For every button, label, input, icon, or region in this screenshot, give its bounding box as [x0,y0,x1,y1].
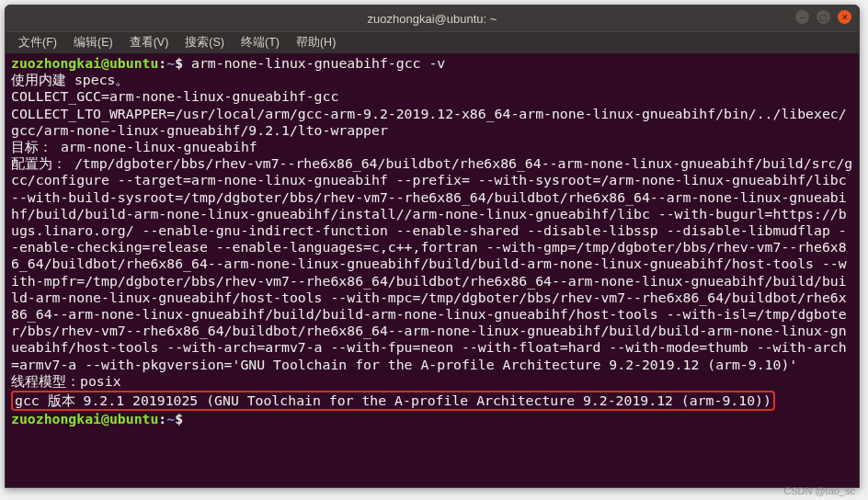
prompt-path-2: ~ [166,411,175,426]
out-specs: 使用内建 specs。 [11,72,129,87]
out-thread-model: 线程模型：posix [11,373,121,389]
menu-edit[interactable]: 编辑(E) [66,33,120,52]
prompt-user-2: zuozhongkai@ubuntu [11,411,158,426]
menu-search[interactable]: 搜索(S) [177,33,232,52]
menu-help[interactable]: 帮助(H) [289,33,343,52]
prompt-sigil-2: $ [175,411,183,426]
terminal-output-area[interactable]: zuozhongkai@ubuntu:~$ arm-none-linux-gnu… [6,53,859,487]
out-gcc-version: gcc 版本 9.2.1 20191025 (GNU Toolchain for… [15,392,771,408]
maximize-button[interactable]: ▢ [817,10,830,24]
prompt-sep: : [158,55,166,71]
menu-terminal[interactable]: 终端(T) [234,33,287,52]
prompt-sigil: $ [175,55,183,71]
command-text: arm-none-linux-gnueabihf-gcc -v [191,55,445,71]
menu-view[interactable]: 查看(V) [122,33,177,52]
prompt-user: zuozhongkai@ubuntu [11,55,158,71]
prompt-path: ~ [166,55,175,71]
out-collect-lto: COLLECT_LTO_WRAPPER=/usr/local/arm/gcc-a… [11,106,847,138]
out-target: 目标： arm-none-linux-gnueabihf [11,139,257,154]
menu-bar: 文件(F) 编辑(E) 查看(V) 搜索(S) 终端(T) 帮助(H) [6,31,859,53]
window-controls: – ▢ ✕ [795,10,851,24]
menu-file[interactable]: 文件(F) [11,33,64,52]
out-gcc-version-highlight: gcc 版本 9.2.1 20191025 (GNU Toolchain for… [11,391,775,411]
terminal-window: zuozhongkai@ubuntu: ~ – ▢ ✕ 文件(F) 编辑(E) … [5,5,860,488]
watermark: CSDN @tao_sc [783,485,855,496]
window-titlebar[interactable]: zuozhongkai@ubuntu: ~ – ▢ ✕ [6,6,859,31]
out-configure: 配置为： /tmp/dgboter/bbs/rhev-vm7--rhe6x86_… [11,155,855,371]
window-title: zuozhongkai@ubuntu: ~ [368,12,497,26]
out-collect-gcc: COLLECT_GCC=arm-none-linux-gnueabihf-gcc [11,88,338,104]
close-button[interactable]: ✕ [838,10,851,24]
prompt-sep-2: : [158,411,166,426]
minimize-button[interactable]: – [795,10,809,24]
